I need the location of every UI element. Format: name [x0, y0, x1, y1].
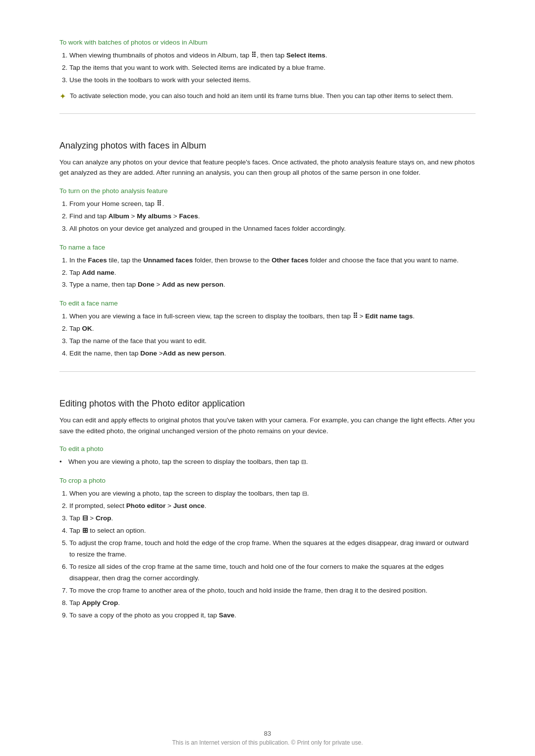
list-item: When you are viewing a photo, tap the sc… [59, 456, 476, 468]
list-item: Tap ⊟ > Crop. [69, 513, 476, 524]
list-edit-face: When you are viewing a face in full-scre… [69, 311, 476, 359]
list-item: All photos on your device get analyzed a… [69, 223, 476, 235]
list-item: When you are viewing a face in full-scre… [69, 311, 476, 322]
list-item: When viewing thumbnails of photos and vi… [69, 50, 476, 61]
list-item: Find and tap Album > My albums > Faces. [69, 211, 476, 222]
list-item: Use the tools in the toolbars to work wi… [69, 75, 476, 86]
main-heading-editing: Editing photos with the Photo editor app… [59, 399, 476, 409]
body-editing: You can edit and apply effects to origin… [59, 415, 476, 436]
list-turn-on: From your Home screen, tap ⠿. Find and t… [69, 199, 476, 235]
main-heading-analyzing: Analyzing photos with faces in Album [59, 141, 476, 151]
list-item: In the Faces tile, tap the Unnamed faces… [69, 255, 476, 266]
list-item: Tap OK. [69, 323, 476, 335]
list-item: To adjust the crop frame, touch and hold… [69, 538, 476, 560]
subsection-heading-edit-face: To edit a face name [59, 300, 476, 307]
list-item: Tap the name of the face that you want t… [69, 336, 476, 347]
list-name-face: In the Faces tile, tap the Unnamed faces… [69, 255, 476, 291]
section-analyzing-photos: Analyzing photos with faces in Album You… [59, 113, 476, 360]
list-item: Tap the items that you want to work with… [69, 62, 476, 74]
list-batches: When viewing thumbnails of photos and vi… [69, 50, 476, 86]
subsection-heading-name-face: To name a face [59, 244, 476, 251]
list-item: When you are viewing a photo, tap the sc… [69, 488, 476, 500]
note-icon: ✦ [59, 92, 66, 101]
note-selection-mode: ✦ To activate selection mode, you can al… [59, 91, 476, 101]
subsection-batches: To work with batches of photos or videos… [59, 39, 476, 101]
note-text: To activate selection mode, you can also… [70, 91, 453, 101]
list-crop: When you are viewing a photo, tap the sc… [69, 488, 476, 621]
subsection-heading-turn-on: To turn on the photo analysis feature [59, 187, 476, 195]
subsection-heading-batches: To work with batches of photos or videos… [59, 39, 476, 46]
list-item: To save a copy of the photo as you cropp… [69, 610, 476, 621]
page-number: 83 [0, 725, 535, 739]
section-editing-photos: Editing photos with the Photo editor app… [59, 371, 476, 621]
list-item: If prompted, select Photo editor > Just … [69, 501, 476, 512]
list-item: Tap Add name. [69, 267, 476, 279]
list-item: To move the crop frame to another area o… [69, 585, 476, 597]
list-edit-photo: When you are viewing a photo, tap the sc… [59, 456, 476, 468]
list-item: Tap Apply Crop. [69, 598, 476, 609]
list-item: To resize all sides of the crop frame at… [69, 561, 476, 584]
subsection-heading-crop: To crop a photo [59, 477, 476, 484]
subsection-heading-edit-photo: To edit a photo [59, 445, 476, 453]
body-analyzing: You can analyze any photos on your devic… [59, 157, 476, 178]
list-item: Tap ⊞ to select an option. [69, 525, 476, 537]
footer-note: This is an Internet version of this publ… [0, 739, 535, 756]
list-item: From your Home screen, tap ⠿. [69, 199, 476, 210]
list-item: Edit the name, then tap Done >Add as new… [69, 348, 476, 359]
list-item: Type a name, then tap Done > Add as new … [69, 279, 476, 291]
